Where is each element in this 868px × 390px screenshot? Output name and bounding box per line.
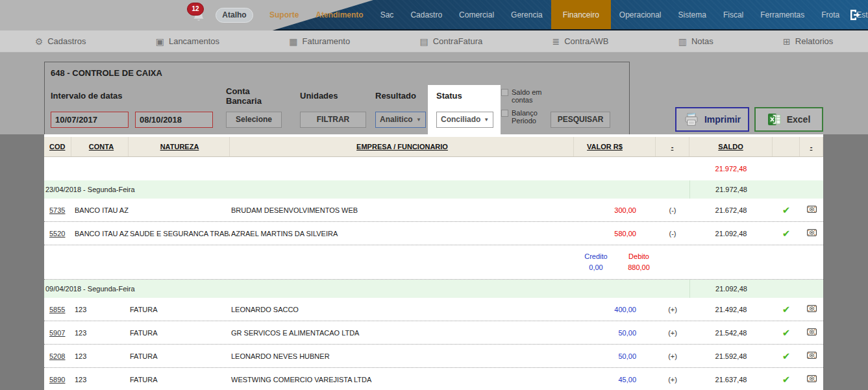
- card-icon: ▤: [419, 37, 428, 46]
- menu-item-sac[interactable]: Sac: [372, 0, 403, 29]
- column-header[interactable]: CONTA: [71, 137, 129, 156]
- menu-item-gerencia[interactable]: Gerencia: [502, 0, 551, 29]
- cod-link[interactable]: 5907: [49, 329, 65, 337]
- transaction-row: 5855123FATURALEONARDO SACCO400,00(+)21.4…: [44, 298, 823, 321]
- status-select-value: Conciliado: [441, 112, 480, 127]
- transaction-row: 5890123FATURAWESTWING COMERCIO VAREJISTA…: [44, 368, 823, 390]
- view-detail-icon[interactable]: [807, 352, 817, 360]
- date-group-label: 09/04/2018 - Segunda-Feira: [44, 285, 574, 293]
- valor-cell: 50,00: [574, 329, 656, 337]
- cod-link[interactable]: 5208: [49, 352, 65, 360]
- cod-link[interactable]: 5735: [49, 206, 65, 214]
- sign-cell: (-): [656, 206, 689, 214]
- conta-cell: 123: [71, 352, 129, 360]
- submenu-item-label: Lancamentos: [169, 36, 219, 46]
- check-cell: ✔: [773, 350, 800, 362]
- shortcut-button[interactable]: Atalho: [216, 8, 253, 23]
- totals-values: Credito0,00Debito880,00: [574, 251, 656, 273]
- excel-button[interactable]: Excel: [754, 107, 823, 132]
- check-cell: ✔: [773, 304, 800, 315]
- empresa-cell: WESTWING COMERCIO VAREJISTA LTDA: [230, 376, 574, 384]
- submenu-item-label: ContraFatura: [433, 36, 483, 46]
- cash-control-table: CODCONTANATUREZAEMPRESA / FUNCIONARIOVAL…: [44, 134, 823, 390]
- conciliated-check-icon: ✔: [782, 374, 791, 385]
- debit-total-label: Debito: [622, 251, 656, 262]
- column-header[interactable]: -: [656, 137, 689, 156]
- submenu-item-notas[interactable]: ▥Notas: [678, 36, 713, 46]
- submenu-item-cadastros[interactable]: ⚙Cadastros: [35, 36, 86, 46]
- date-to-input[interactable]: [135, 112, 213, 128]
- view-detail-icon[interactable]: [807, 329, 817, 337]
- menu-item-atendimento[interactable]: Atendimento: [307, 0, 371, 29]
- saldo-cell: 21.637,48: [689, 376, 773, 384]
- check-cell: ✔: [773, 204, 800, 216]
- submenu-item-label: Relatorios: [795, 36, 834, 46]
- submenu-item-faturamento[interactable]: ▦Faturamento: [289, 36, 350, 46]
- balanco-periodo-checkbox[interactable]: [501, 110, 508, 117]
- print-button[interactable]: Imprimir: [675, 107, 749, 132]
- menu-item-suporte[interactable]: Suporte: [261, 0, 307, 29]
- column-header[interactable]: EMPRESA / FUNCIONARIO: [230, 137, 574, 156]
- column-header[interactable]: -: [800, 137, 823, 156]
- date-group-label: 23/04/2018 - Segunda-Feira: [44, 186, 574, 193]
- list-icon: ≣: [552, 37, 560, 46]
- natureza-cell: FATURA: [129, 352, 230, 360]
- conciliated-check-icon: ✔: [782, 304, 791, 315]
- saldo-cell: 21.092,48: [689, 230, 773, 238]
- menu-item-comercial[interactable]: Comercial: [451, 0, 502, 29]
- check-cell: ✔: [773, 327, 800, 339]
- search-button[interactable]: PESQUISAR: [551, 112, 610, 128]
- natureza-cell: FATURA: [129, 306, 230, 313]
- notifications[interactable]: 12: [187, 3, 209, 29]
- chevron-down-icon: ▼: [416, 112, 421, 127]
- status-select[interactable]: Conciliado ▼: [436, 112, 493, 128]
- submenu-item-contraawb[interactable]: ≣ContraAWB: [552, 36, 609, 46]
- column-header-label: -: [671, 143, 674, 151]
- logout-icon[interactable]: [849, 8, 863, 22]
- view-detail-icon[interactable]: [807, 206, 817, 214]
- menu-item-cadastro[interactable]: Cadastro: [402, 0, 451, 29]
- menu-item-fiscal[interactable]: Fiscal: [715, 0, 752, 29]
- balanco-periodo-option: Balanço Periodo: [501, 109, 552, 125]
- balanco-periodo-label: Balanço Periodo: [512, 109, 552, 125]
- status-label: Status: [436, 91, 462, 101]
- page-title: 648 - CONTROLE DE CAIXA: [51, 68, 162, 78]
- empresa-cell: BRUDAM DESENVOLVIMENTOS WEB: [230, 206, 574, 214]
- column-header[interactable]: NATUREZA: [129, 137, 230, 156]
- menu-item-sistema[interactable]: Sistema: [670, 0, 715, 29]
- table-body: 21.972,4823/04/2018 - Segunda-Feira21.97…: [44, 157, 823, 390]
- saldo-em-contas-checkbox[interactable]: [501, 89, 508, 96]
- menu-item-frota[interactable]: Frota: [813, 0, 848, 29]
- view-detail-icon[interactable]: [807, 230, 817, 238]
- result-select[interactable]: Analitico ▼: [375, 112, 426, 128]
- totals-row: Credito0,00Debito880,00: [44, 245, 823, 280]
- submenu-item-relatorios[interactable]: ⊞Relatorios: [783, 36, 833, 46]
- view-detail-icon[interactable]: [807, 306, 817, 313]
- column-header-label: EMPRESA / FUNCIONARIO: [356, 143, 448, 151]
- date-range-label: Intervalo de datas: [51, 91, 123, 101]
- icon-cell: [800, 229, 823, 238]
- conta-cell: BANCO ITAU AZ: [71, 230, 129, 238]
- cod-cell: 5907: [44, 329, 71, 337]
- cod-link[interactable]: 5855: [49, 306, 65, 313]
- table-header: CODCONTANATUREZAEMPRESA / FUNCIONARIOVAL…: [44, 137, 823, 157]
- column-header[interactable]: SALDO: [689, 137, 773, 156]
- menu-item-ferramentas[interactable]: Ferramentas: [752, 0, 813, 29]
- submenu-item-contrafatura[interactable]: ▤ContraFatura: [419, 36, 482, 46]
- bank-account-select-button[interactable]: Selecione: [226, 112, 282, 128]
- cod-link[interactable]: 5890: [49, 376, 65, 384]
- column-header-label: NATUREZA: [160, 143, 199, 151]
- menu-item-operacional[interactable]: Operacional: [611, 0, 670, 29]
- banknote-icon: ▣: [156, 37, 164, 46]
- column-header[interactable]: COD: [44, 137, 71, 156]
- submenu-item-lancamentos[interactable]: ▣Lancamentos: [156, 36, 219, 46]
- cod-link[interactable]: 5520: [49, 230, 65, 238]
- view-detail-icon[interactable]: [807, 376, 817, 384]
- conciliated-check-icon: ✔: [782, 204, 791, 215]
- date-from-input[interactable]: [51, 112, 129, 128]
- menu-item-financeiro[interactable]: Financeiro: [551, 0, 611, 29]
- empresa-cell: GR SERVICOS E ALIMENTACAO LTDA: [230, 329, 574, 337]
- natureza-cell: FATURA: [129, 376, 230, 384]
- column-header[interactable]: VALOR R$: [574, 137, 656, 156]
- units-filter-button[interactable]: FILTRAR: [300, 112, 366, 128]
